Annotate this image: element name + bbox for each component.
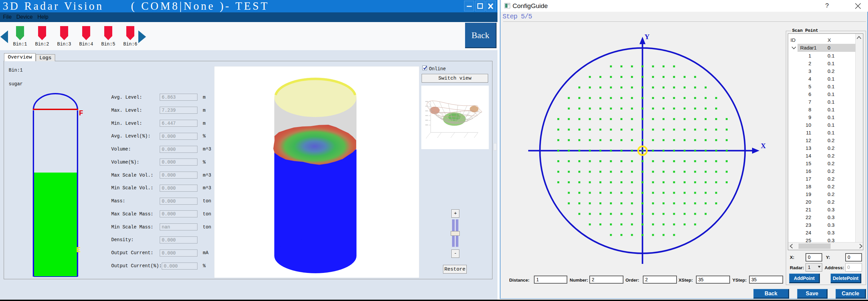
svg-text:X: X bbox=[761, 142, 766, 150]
svg-text:E: E bbox=[76, 246, 81, 254]
svg-text:F: F bbox=[79, 109, 83, 118]
svg-text:Y: Y bbox=[645, 33, 650, 41]
